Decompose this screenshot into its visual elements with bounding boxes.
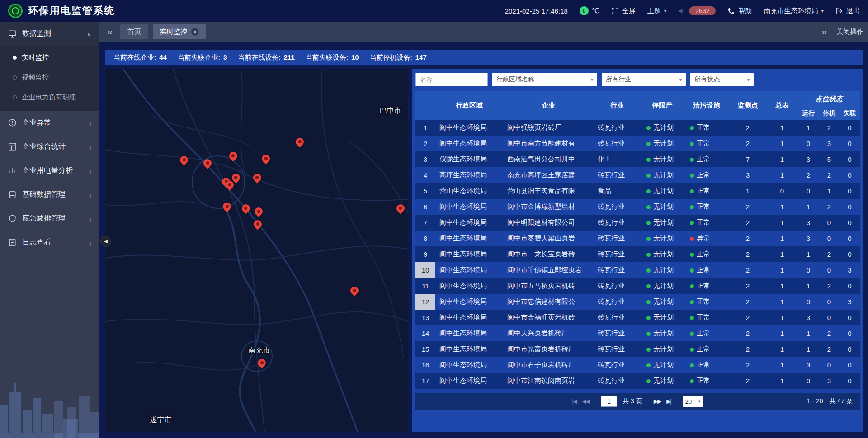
cell-disconnected: 0 — [840, 151, 860, 167]
sidebar-item-video-monitoring[interactable]: 视频监控 — [0, 67, 99, 87]
table-row[interactable]: 17阆中生态环境局阆中市江南镇阆南页岩砖瓦行业无计划正常21030 — [415, 373, 860, 389]
sidebar-item-label: 日志查看 — [22, 238, 51, 247]
cell-industry: 砖瓦行业 — [594, 294, 641, 310]
name-search-input[interactable] — [415, 73, 488, 86]
logout-label: 退出 — [846, 7, 860, 15]
prev-page-button[interactable]: ◀◀ — [582, 398, 590, 405]
tabs-scroll-right-button[interactable]: » — [818, 26, 830, 38]
cell-running: 3 — [798, 215, 819, 231]
cell-running: 0 — [798, 373, 819, 389]
stat-label: 当前在线设备: — [238, 53, 280, 62]
pagination-divider — [595, 398, 595, 405]
cell-running: 0 — [798, 262, 819, 278]
help-button[interactable]: 帮助 — [727, 7, 752, 15]
cell-industry: 砖瓦行业 — [594, 231, 641, 246]
tabs-scroll-left-button[interactable]: « — [104, 26, 116, 38]
industry-select[interactable]: 所有行业 ▾ — [602, 73, 686, 86]
cell-stopped: 3 — [819, 373, 840, 389]
table-row[interactable]: 2阆中生态环境局阆中市南方节能建材有砖瓦行业无计划正常21030 — [415, 136, 860, 151]
stat-item: 当前失联企业:3 — [178, 53, 227, 62]
table-row[interactable]: 14阆中生态环境局阆中大兴页岩机砖厂砖瓦行业无计划正常21120 — [415, 325, 860, 341]
app-title: 环保用电监管系统 — [28, 4, 115, 18]
status-dot-green — [646, 300, 651, 304]
close-icon[interactable]: × — [191, 28, 199, 36]
cell-disconnected: 0 — [840, 246, 860, 262]
cell-disconnected: 3 — [840, 262, 860, 278]
chevron-down-icon: ▾ — [664, 8, 667, 14]
sidebar-item-log-view[interactable]: 日志查看 ‹ — [0, 231, 99, 254]
page-number-input[interactable] — [601, 396, 617, 407]
cell-limit-production: 无计划 — [641, 183, 684, 199]
table-row[interactable]: 13阆中生态环境局阆中市金福旺页岩机砖砖瓦行业无计划正常21300 — [415, 310, 860, 325]
cell-industry: 砖瓦行业 — [594, 262, 641, 278]
table-row[interactable]: 18南部生态环境局南部县建材有限公砖瓦行业无计划正常21030 — [415, 389, 860, 393]
sidebar-item-power-analysis[interactable]: 企业用电量分析 ‹ — [0, 159, 99, 183]
stat-value: 211 — [284, 53, 295, 62]
logout-button[interactable]: 退出 — [835, 7, 860, 15]
status-select[interactable]: 所有状态 ▾ — [690, 73, 754, 86]
tab-home[interactable]: 首页 — [120, 24, 148, 39]
table-row[interactable]: 15阆中生态环境局阆中市光富页岩机砖厂砖瓦行业无计划正常21120 — [415, 341, 860, 357]
stats-icon — [8, 142, 17, 151]
status-dot-green — [690, 126, 694, 130]
table-row[interactable]: 9阆中生态环境局阆中市二龙长宝页岩砖砖瓦行业无计划正常21120 — [415, 246, 860, 262]
cell-disconnected: 0 — [840, 389, 860, 393]
map-canvas[interactable]: 巴中市南充市遂宁市 — [105, 69, 408, 432]
cell-total-meters: 1 — [766, 120, 798, 136]
sidebar-item-base-data[interactable]: 基础数据管理 ‹ — [0, 183, 99, 207]
table-row[interactable]: 3仪陇生态环境局西南油气田分公司川中化工无计划正常71350 — [415, 151, 860, 167]
sidebar-item-power-load-detail[interactable]: 企业电力负荷明细 — [0, 87, 99, 107]
table-row[interactable]: 12阆中生态环境局阆中市忠信建材有限公砖瓦行业无计划正常21003 — [415, 294, 860, 310]
table-row[interactable]: 4高坪生态环境局南充市高坪区王家店建砖瓦行业无计划正常31220 — [415, 167, 860, 183]
tab-label: 实时监控 — [160, 28, 187, 36]
cell-disconnected: 0 — [840, 341, 860, 357]
theme-dropdown[interactable]: 主题 ▾ — [647, 7, 667, 15]
region-select[interactable]: 行政区域名称 ▾ — [492, 73, 597, 86]
table-row[interactable]: 1阆中生态环境局阆中强锐页岩砖厂砖瓦行业无计划正常21120 — [415, 120, 860, 136]
col-header-monitor-points: 监测点 — [729, 91, 766, 120]
table-row[interactable]: 5营山生态环境局营山县润丰肉食品有限食品无计划正常10010 — [415, 183, 860, 199]
cell-limit-production: 无计划 — [641, 246, 684, 262]
tab-realtime-monitoring[interactable]: 实时监控 × — [153, 24, 206, 39]
sidebar-item-enterprise-abnormal[interactable]: 企业异常 ‹ — [0, 111, 99, 135]
table-row[interactable]: 8阆中生态环境局阆中市枣碧大梁山页岩砖瓦行业无计划异常21300 — [415, 231, 860, 246]
table-row[interactable]: 16阆中生态环境局阆中市石子页岩机砖厂砖瓦行业无计划正常21300 — [415, 357, 860, 373]
stat-item: 当前失联设备:10 — [306, 53, 359, 62]
table-row[interactable]: 7阆中生态环境局阆中明阳建材有限公司砖瓦行业无计划正常21300 — [415, 215, 860, 231]
temperature-value: 0 — [580, 6, 589, 15]
cell-index: 2 — [415, 136, 435, 151]
table-row[interactable]: 10阆中生态环境局阆中市千佛镇五郎垭页岩砖瓦行业无计划正常21003 — [415, 262, 860, 278]
submenu-item-label: 视频监控 — [22, 73, 49, 82]
map-panel-collapse-button[interactable]: ◀ — [100, 236, 111, 247]
cell-total-meters: 1 — [766, 325, 798, 341]
cell-total-meters: 1 — [766, 246, 798, 262]
cell-industry: 砖瓦行业 — [594, 136, 641, 151]
cell-industry: 砖瓦行业 — [594, 246, 641, 262]
status-dot-green — [646, 205, 651, 209]
org-dropdown[interactable]: 南充市生态环境局 ▾ — [764, 7, 824, 15]
help-label: 帮助 — [738, 7, 752, 15]
table-row[interactable]: 11阆中生态环境局阆中市五马桥页岩机砖砖瓦行业无计划正常21120 — [415, 278, 860, 294]
first-page-button[interactable]: |◀ — [572, 398, 576, 405]
notice-area[interactable]: 2632 — [678, 6, 716, 15]
next-page-button[interactable]: ▶▶ — [654, 398, 661, 405]
chart-icon — [8, 166, 17, 175]
fullscreen-button[interactable]: 全屏 — [611, 7, 636, 15]
close-operations-button[interactable]: 关闭操作 — [836, 28, 863, 36]
cell-region: 阆中生态环境局 — [435, 310, 503, 325]
cell-facility-status: 正常 — [684, 357, 729, 373]
cell-industry: 砖瓦行业 — [594, 215, 641, 231]
sidebar-item-data-monitoring[interactable]: 数据监测 ∨ — [0, 22, 99, 46]
page-size-select[interactable]: 20 ▾ — [683, 396, 703, 407]
sidebar-item-realtime-monitoring[interactable]: 实时监控 — [0, 47, 99, 67]
stat-value: 3 — [223, 53, 227, 62]
cell-limit-production: 无计划 — [641, 389, 684, 393]
last-page-button[interactable]: ▶| — [666, 398, 671, 405]
datetime-display: 2021-02-25 17:46:18 — [505, 7, 568, 15]
cell-stopped: 0 — [819, 294, 840, 310]
table-row[interactable]: 6阆中生态环境局阆中市金博瑞新型墙材砖瓦行业无计划正常21120 — [415, 199, 860, 215]
sidebar-item-emergency-management[interactable]: 应急减排管理 ‹ — [0, 207, 99, 231]
region-select-value: 行政区域名称 — [496, 75, 534, 84]
cell-index: 3 — [415, 151, 435, 167]
sidebar-item-enterprise-statistics[interactable]: 企业综合统计 ‹ — [0, 135, 99, 159]
